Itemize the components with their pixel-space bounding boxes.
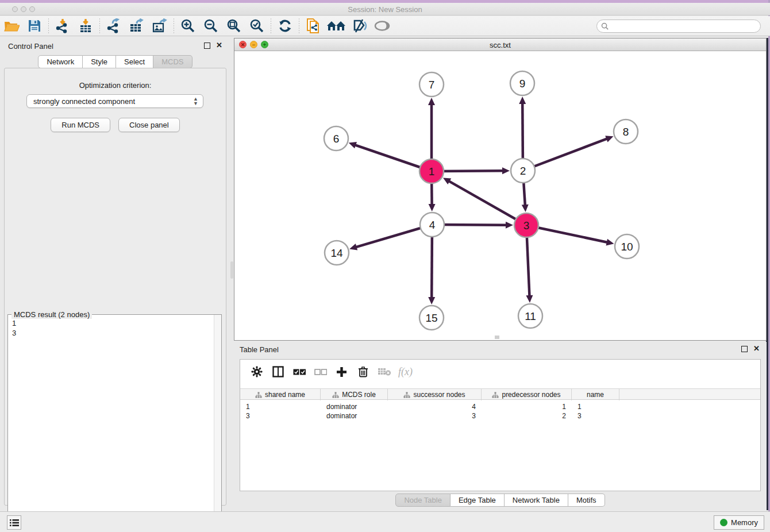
graph-node-label: 9 [519, 78, 526, 90]
graph-node-label: 4 [429, 219, 436, 231]
zoom-in-button[interactable] [176, 17, 199, 34]
status-bar: Memory [0, 511, 770, 532]
table-row[interactable]: 3 dominator 3 2 3 [240, 411, 760, 421]
canvas-scroll-handle[interactable] [495, 336, 499, 339]
cell-name[interactable]: 3 [572, 411, 619, 421]
column-tree-icon [332, 392, 339, 398]
save-session-button[interactable] [23, 17, 46, 34]
export-network-button[interactable] [102, 17, 125, 34]
zoom-out-button[interactable] [199, 17, 222, 34]
tab-motifs[interactable]: Motifs [568, 494, 605, 507]
graph-node-label: 8 [623, 126, 629, 138]
column-header-predecessor-nodes[interactable]: predecessor nodes [482, 389, 572, 400]
cell-mcds-role[interactable]: dominator [321, 402, 388, 411]
cell-predecessor-nodes[interactable]: 1 [482, 402, 572, 411]
export-image-button[interactable] [148, 17, 171, 34]
refresh-layout-button[interactable] [274, 17, 297, 34]
optimization-criterion-label: Optimization criterion: [5, 81, 226, 90]
toggle-labels-button[interactable] [348, 17, 371, 34]
edge-arrowhead [349, 142, 357, 148]
edge-arrowhead [349, 244, 357, 250]
edge-2-8[interactable] [523, 138, 607, 171]
column-header-name[interactable]: name [572, 389, 619, 400]
homes-icon [326, 19, 346, 33]
cell-successor-nodes[interactable]: 3 [388, 411, 482, 421]
tab-style[interactable]: Style [83, 55, 116, 68]
tab-network-table[interactable]: Network Table [505, 494, 568, 507]
float-panel-icon[interactable] [204, 43, 210, 49]
close-panel-button[interactable]: Close panel [118, 118, 180, 132]
unchecked-boxes-icon [314, 368, 327, 376]
panel-splitter-handle[interactable] [230, 261, 233, 279]
column-label: name [587, 391, 604, 399]
result-scrollbar[interactable] [214, 315, 221, 532]
run-mcds-button[interactable]: Run MCDS [51, 118, 110, 132]
graph-node-label: 11 [525, 310, 536, 322]
column-label: successor nodes [413, 391, 465, 399]
tab-select[interactable]: Select [116, 55, 153, 68]
memory-label: Memory [731, 518, 758, 527]
table-header-row: shared name MCDS role successor nodes pr… [240, 388, 760, 400]
function-builder-button: f(x) [395, 363, 416, 380]
network-graph[interactable]: 7968124314101511 [234, 51, 766, 340]
criterion-select[interactable]: strongly connected component ▲▼ [26, 94, 203, 108]
search-input[interactable] [609, 22, 760, 30]
cell-successor-nodes[interactable]: 4 [388, 402, 482, 411]
column-tree-icon [255, 392, 262, 398]
edge-arrowhead [526, 295, 533, 303]
cell-name[interactable]: 1 [572, 402, 619, 411]
graph-node-label: 10 [621, 241, 633, 253]
tab-network[interactable]: Network [38, 55, 83, 68]
column-header-successor-nodes[interactable]: successor nodes [388, 389, 482, 400]
show-all-networks-button[interactable] [325, 17, 348, 34]
delete-table-button [374, 363, 395, 380]
memory-status-icon [720, 519, 727, 526]
window-title: Session: New Session [0, 5, 770, 14]
cell-mcds-role[interactable]: dominator [321, 411, 388, 421]
table-float-icon[interactable] [741, 346, 748, 352]
export-table-button[interactable] [125, 17, 148, 34]
cell-shared-name[interactable]: 3 [240, 411, 321, 421]
select-all-button[interactable] [288, 363, 310, 380]
import-network-button[interactable] [51, 17, 74, 34]
task-history-button[interactable] [7, 515, 21, 530]
fx-icon: f(x) [398, 366, 413, 378]
tab-node-table[interactable]: Node Table [395, 494, 451, 507]
import-table-button[interactable] [74, 17, 97, 34]
select-stepper-icon: ▲▼ [193, 97, 198, 106]
network-from-file-button[interactable] [302, 17, 325, 34]
edge-3-1[interactable] [449, 181, 526, 225]
zoom-selected-button[interactable] [245, 17, 268, 34]
tab-edge-table[interactable]: Edge Table [451, 494, 505, 507]
delete-column-button[interactable] [352, 363, 374, 380]
tab-mcds[interactable]: MCDS [153, 55, 192, 68]
table-row[interactable]: 1 dominator 4 1 1 [240, 402, 760, 411]
table-close-icon[interactable]: ✕ [753, 344, 760, 353]
add-column-button[interactable] [331, 363, 352, 380]
cell-shared-name[interactable]: 1 [240, 402, 321, 411]
graph-node-label: 14 [330, 247, 343, 259]
mcds-result-box: MCDS result (2 nodes) 1 3 [7, 314, 222, 532]
column-header-shared-name[interactable]: shared name [240, 389, 321, 400]
search-field[interactable] [596, 20, 761, 33]
graph-node-label: 6 [333, 133, 340, 145]
edge-arrowhead [502, 167, 510, 174]
toggle-view-button[interactable] [371, 17, 394, 34]
table-settings-button[interactable] [246, 363, 267, 380]
network-from-file-icon [305, 18, 321, 34]
open-folder-button[interactable] [0, 17, 23, 34]
close-panel-icon[interactable]: ✕ [216, 41, 222, 49]
column-header-mcds-role[interactable]: MCDS role [321, 389, 388, 400]
label-slash-icon [351, 18, 367, 33]
zoom-fit-button[interactable] [222, 17, 245, 34]
show-column-panel-button[interactable] [267, 363, 288, 380]
deselect-all-button[interactable] [310, 363, 331, 380]
graph-node-label: 3 [523, 219, 530, 232]
memory-button[interactable]: Memory [714, 515, 764, 530]
toolbar-separator [299, 18, 299, 33]
network-canvas[interactable]: 7968124314101511 [234, 51, 766, 340]
cell-predecessor-nodes[interactable]: 2 [482, 411, 572, 421]
control-panel-title: Control Panel [8, 42, 53, 51]
titlebar: Session: New Session [0, 3, 770, 16]
node-table: f(x) shared name MCDS role successor nod… [240, 359, 761, 491]
